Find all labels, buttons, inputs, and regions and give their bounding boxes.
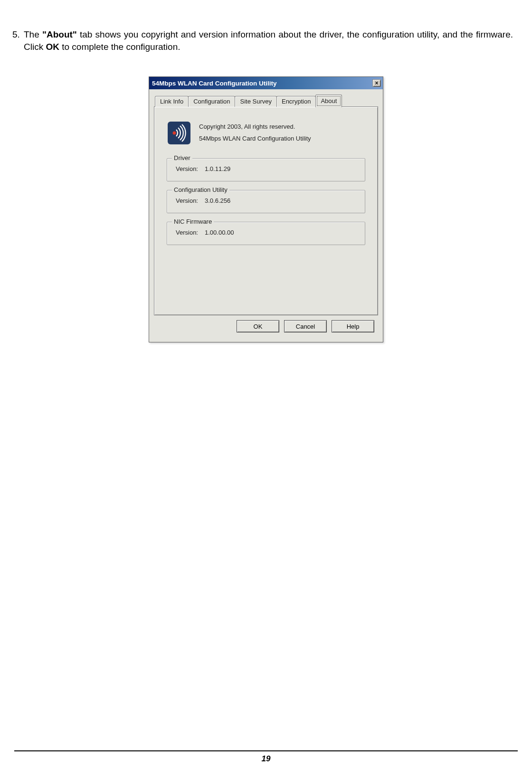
page-footer: 19 — [14, 750, 518, 764]
window-title: 54Mbps WLAN Card Configuration Utility — [152, 80, 277, 87]
about-text: Copyright 2003, All rights reserved. 54M… — [199, 121, 311, 144]
tab-encryption[interactable]: Encryption — [276, 96, 316, 107]
tab-link-info[interactable]: Link Info — [155, 96, 189, 107]
help-button[interactable]: Help — [332, 320, 374, 332]
tab-about[interactable]: About — [315, 95, 342, 107]
version-label: Version: — [176, 165, 198, 172]
product-line: 54Mbps WLAN Card Configuration Utility — [199, 133, 311, 145]
list-number: 5. — [12, 28, 20, 41]
close-icon: × — [375, 80, 378, 86]
group-firmware-legend: NIC Firmware — [172, 218, 214, 225]
button-row: OK Cancel Help — [154, 315, 378, 337]
text-segment: to complete the configuration. — [59, 42, 180, 52]
group-driver: Driver Version: 1.0.11.29 — [167, 158, 365, 181]
document-page: 5. The "About" tab shows you copyright a… — [0, 0, 532, 777]
tab-content-about: Copyright 2003, All rights reserved. 54M… — [154, 106, 378, 315]
driver-version-value: 1.0.11.29 — [205, 165, 230, 172]
text-segment: The — [24, 29, 42, 39]
about-header: Copyright 2003, All rights reserved. 54M… — [168, 121, 367, 144]
footer-rule — [14, 750, 518, 751]
firmware-version-value: 1.00.00.00 — [205, 229, 234, 236]
group-firmware: NIC Firmware Version: 1.00.00.00 — [167, 222, 365, 245]
titlebar[interactable]: 54Mbps WLAN Card Configuration Utility × — [149, 77, 383, 89]
group-config-legend: Configuration Utility — [172, 186, 229, 193]
version-label: Version: — [176, 229, 198, 236]
config-version-value: 3.0.6.256 — [205, 197, 230, 204]
close-button[interactable]: × — [372, 79, 381, 87]
page-number: 19 — [262, 754, 271, 763]
copyright-line: Copyright 2003, All rights reserved. — [199, 121, 311, 133]
svg-point-0 — [173, 131, 176, 134]
dialog-window: 54Mbps WLAN Card Configuration Utility ×… — [149, 76, 383, 342]
tab-configuration[interactable]: Configuration — [188, 96, 235, 107]
wifi-icon — [168, 122, 190, 144]
group-config-utility: Configuration Utility Version: 3.0.6.256 — [167, 190, 365, 213]
text-ok-bold: OK — [46, 42, 59, 52]
cancel-button[interactable]: Cancel — [284, 320, 327, 332]
version-label: Version: — [176, 197, 198, 204]
group-driver-legend: Driver — [172, 154, 192, 161]
ok-button[interactable]: OK — [237, 320, 279, 332]
client-area: Link Info Configuration Site Survey Encr… — [149, 89, 383, 342]
text-about-bold: "About" — [42, 29, 77, 39]
tab-site-survey[interactable]: Site Survey — [235, 96, 276, 107]
instruction-text: 5. The "About" tab shows you copyright a… — [14, 28, 518, 53]
tab-strip: Link Info Configuration Site Survey Encr… — [155, 95, 378, 107]
